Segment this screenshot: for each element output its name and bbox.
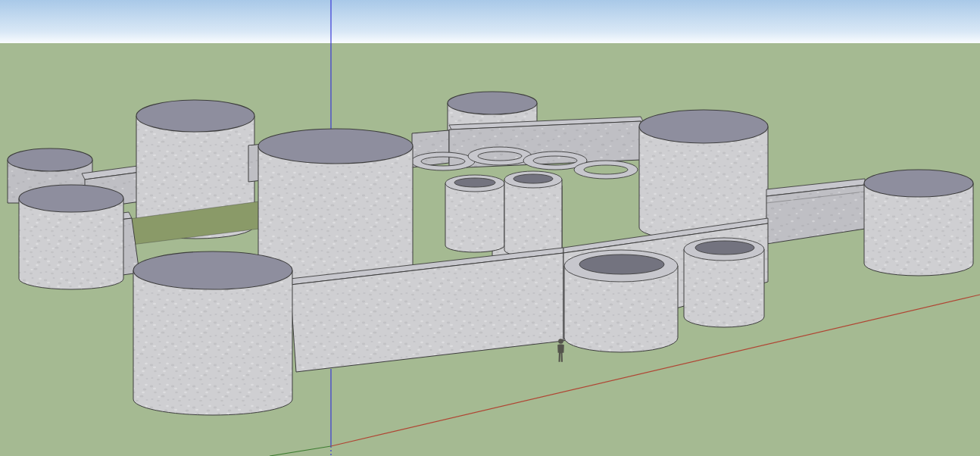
center-tower[interactable] [258,129,413,282]
front-left-tower[interactable] [133,251,292,415]
left-tower[interactable] [19,185,123,289]
tower-top-face[interactable] [639,110,768,143]
viewport-canvas[interactable] [0,0,980,456]
inner-horseshoe-tower-left[interactable] [445,175,504,252]
figure-head[interactable] [558,339,563,344]
tower-body[interactable] [504,180,562,257]
tower-top-face[interactable] [19,185,123,212]
gatehouse-right[interactable] [684,238,764,327]
tower-top-face[interactable] [448,92,537,114]
tower-body[interactable] [445,183,504,252]
hollow-interior[interactable] [695,241,754,255]
gatehouse-left[interactable] [564,250,678,352]
inner-horseshoe-tower-right[interactable] [504,171,562,257]
hollow-interior[interactable] [579,255,664,274]
sky [0,0,980,44]
hollow-interior[interactable] [513,174,553,183]
far-right-tower[interactable] [864,170,973,276]
tower-top-face[interactable] [8,148,92,171]
tower-top-face[interactable] [136,100,254,132]
modeling-viewport[interactable] [0,0,980,456]
tower-body[interactable] [684,249,764,327]
tower-top-face[interactable] [133,251,292,289]
tower-top-face[interactable] [864,170,973,197]
tower-body[interactable] [133,270,292,415]
tower-top-face[interactable] [258,129,413,164]
hollow-interior[interactable] [454,178,495,187]
